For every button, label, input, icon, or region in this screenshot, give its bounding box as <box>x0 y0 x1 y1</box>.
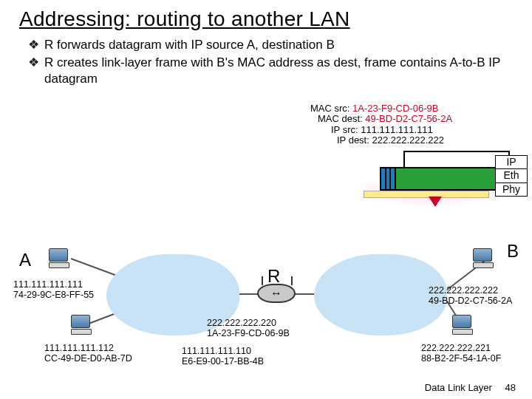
eth-header-bars <box>380 167 395 191</box>
host-c-icon <box>71 315 95 335</box>
down-arrow-icon <box>429 197 442 207</box>
packet-headers: MAC src: 1A-23-F9-CD-06-9B MAC dest: 49-… <box>310 103 452 146</box>
addr-router-right: 222.222.222.220 1A-23-F9-CD-06-9B <box>207 318 290 339</box>
router-icon <box>257 284 296 303</box>
host-d-icon <box>452 315 476 335</box>
addr-host-a: 111.111.111.111 74-29-9C-E8-FF-55 <box>13 279 94 301</box>
mac-dest-value: 49-BD-D2-C7-56-2A <box>365 113 452 124</box>
bullet-text: R forwards datagram with IP source A, de… <box>44 37 510 52</box>
host-a-icon <box>49 248 72 269</box>
wires <box>0 222 532 399</box>
layer-stack: IP Eth Phy <box>495 155 528 196</box>
eth-segment-box <box>392 167 498 191</box>
bullet-list: ❖R forwards datagram with IP source A, d… <box>28 37 510 86</box>
layer-phy: Phy <box>495 183 528 197</box>
ip-value: 111.111.111.110 <box>182 346 264 356</box>
page-number: 48 <box>505 382 516 393</box>
slide-title: Addressing: routing to another LAN <box>19 7 532 31</box>
network-diagram: A B R 111.111.111.111 74-29-9C-E8-FF-55 … <box>0 222 532 399</box>
phy-segment-box <box>364 191 489 198</box>
mac-value: CC-49-DE-D0-AB-7D <box>44 353 132 364</box>
host-b-icon <box>473 248 497 269</box>
addr-router-left: 111.111.111.110 E6-E9-00-17-BB-4B <box>182 346 264 367</box>
mac-value: 49-BD-D2-C7-56-2A <box>429 296 512 306</box>
bullet-text: R creates link-layer frame with B's MAC … <box>44 55 510 86</box>
ip-src-label: IP src: <box>331 124 358 135</box>
addr-host-b: 222.222.222.222 49-BD-D2-C7-56-2A <box>429 285 512 307</box>
bullet-marker: ❖ <box>28 37 44 52</box>
mac-value: E6-E9-00-17-BB-4B <box>182 356 264 366</box>
bullet-marker: ❖ <box>28 55 44 86</box>
layer-eth: Eth <box>495 168 528 183</box>
addr-host-f: 222.222.222.221 88-B2-2F-54-1A-0F <box>421 343 501 364</box>
mac-src-label: MAC src: <box>310 103 349 114</box>
mac-value: 1A-23-F9-CD-06-9B <box>207 328 290 338</box>
mac-src-value: 1A-23-F9-CD-06-9B <box>352 103 438 114</box>
mac-value: 74-29-9C-E8-FF-55 <box>13 290 94 300</box>
ip-value: 222.222.222.222 <box>429 285 512 296</box>
mac-dest-label: MAC dest: <box>318 113 363 124</box>
layer-ip: IP <box>495 155 528 169</box>
ip-dest-label: IP dest: <box>337 134 369 146</box>
packet-diagram: IP Eth Phy <box>310 151 510 228</box>
addr-host-c: 111.111.111.112 CC-49-DE-D0-AB-7D <box>44 343 132 364</box>
ip-src-value: 111.111.111.111 <box>361 124 433 135</box>
lan-right-cloud <box>314 254 447 335</box>
slide-footer: Data Link Layer 48 <box>425 382 516 393</box>
label-a: A <box>19 250 31 270</box>
ip-value: 222.222.222.221 <box>421 343 501 353</box>
ip-value: 222.222.222.220 <box>207 318 290 328</box>
label-b: B <box>507 241 519 262</box>
ip-dest-value: 222.222.222.222 <box>372 134 444 146</box>
footer-label: Data Link Layer <box>425 382 492 393</box>
ip-value: 111.111.111.111 <box>13 279 94 290</box>
ip-value: 111.111.111.112 <box>44 343 132 353</box>
mac-value: 88-B2-2F-54-1A-0F <box>421 353 501 364</box>
